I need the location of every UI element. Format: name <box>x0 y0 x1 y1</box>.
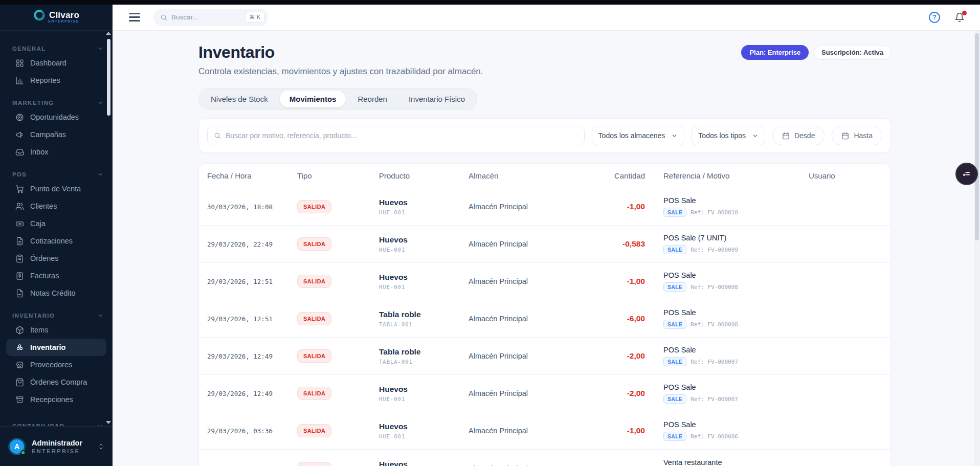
sidebar-item-cotizaciones[interactable]: Cotizaciones <box>6 232 106 250</box>
global-search[interactable]: ⌘ K <box>153 9 268 26</box>
reference-type-chip: SALE <box>663 394 686 404</box>
sidebar-item-label: Cotizaciones <box>30 237 73 245</box>
bar-chart-icon <box>15 76 24 85</box>
feedback-icon <box>962 169 972 179</box>
movement-type-badge: SALIDA <box>297 424 331 437</box>
sidebar-item-recepciones[interactable]: Recepciones <box>6 391 106 408</box>
movements-search-input[interactable] <box>226 131 578 140</box>
cell-warehouse: Almacén Principal <box>469 277 584 285</box>
table-row[interactable]: 29/03/2026, 12:49 SALIDA Tabla roble TAB… <box>199 338 890 375</box>
cell-reference-number: Ref: FV-000007 <box>691 396 738 403</box>
cell-quantity: -6,00 <box>584 314 645 323</box>
avatar: A <box>8 438 26 455</box>
tab-bar: Niveles de Stock Movimientos Reorden Inv… <box>198 88 477 110</box>
app-logo[interactable]: Clivaro enterprise <box>0 0 113 31</box>
sidebar-item-notas-credito[interactable]: Notas Crédito <box>6 284 106 302</box>
table-row[interactable]: 29/03/2026, 12:51 SALIDA Tabla roble TAB… <box>199 300 890 338</box>
sidebar-item-reportes[interactable]: Reportes <box>6 72 106 89</box>
tab-niveles-de-stock[interactable]: Niveles de Stock <box>201 91 278 107</box>
sidebar-section: GENERAL Dashboard Reportes <box>0 43 113 89</box>
cash-register-icon <box>15 219 24 228</box>
calendar-icon <box>841 132 849 140</box>
type-select[interactable]: Todos los tipos <box>692 126 765 145</box>
sidebar-item-clientes[interactable]: Clientes <box>6 197 106 215</box>
page-scroll-thumb[interactable] <box>975 33 979 240</box>
chevron-down-icon <box>97 46 103 52</box>
sidebar-item-inbox[interactable]: Inbox <box>6 143 106 161</box>
cell-datetime: 29/03/2026, 22:49 <box>207 240 297 248</box>
cell-warehouse: Almacén Principal <box>469 464 584 466</box>
col-tipo: Tipo <box>297 171 379 180</box>
sidebar-section-header[interactable]: CONTABILIDAD <box>0 420 113 426</box>
help-icon[interactable]: ? <box>929 12 940 23</box>
tab-movimientos[interactable]: Movimientos <box>280 91 346 107</box>
warehouse-select[interactable]: Todos los almacenes <box>592 126 685 145</box>
subscription-badge: Suscripción: Activa <box>814 45 891 60</box>
sidebar-item-caja[interactable]: Caja <box>6 215 106 232</box>
table-row[interactable]: 29/03/2026, 22:49 SALIDA Huevos HUE-001 … <box>199 226 890 263</box>
date-from-button[interactable]: Desde <box>772 126 825 145</box>
table-row[interactable]: 29/03/2026, 12:51 SALIDA Huevos HUE-001 … <box>199 263 890 300</box>
sidebar-item-ordenes-compra[interactable]: Órdenes Compra <box>6 373 106 391</box>
chevron-down-icon <box>752 132 759 139</box>
page-scrollbar[interactable] <box>974 31 980 466</box>
sidebar-scrollbar[interactable] <box>106 32 111 424</box>
date-to-button[interactable]: Hasta <box>832 126 882 145</box>
sidebar-section-label: POS <box>12 171 27 177</box>
sidebar-item-label: Dashboard <box>30 59 66 67</box>
dashboard-icon <box>15 59 24 68</box>
cell-reference-number: Ref: FV-000007 <box>691 359 738 365</box>
sidebar-section-header[interactable]: MARKETING <box>0 97 113 108</box>
user-menu[interactable]: A Administrador ENTERPRISE <box>0 426 113 466</box>
sidebar-section-header[interactable]: INVENTARIO <box>0 310 113 321</box>
package-icon <box>15 326 24 335</box>
cell-product-sku: HUE-001 <box>379 247 469 253</box>
cell-reference-title: POS Sale <box>663 383 809 391</box>
sidebar-item-proveedores[interactable]: Proveedores <box>6 356 106 373</box>
cell-quantity: -1,00 <box>584 426 645 435</box>
sidebar-section-header[interactable]: GENERAL <box>0 43 113 54</box>
shopping-cart-icon <box>15 185 24 193</box>
cell-datetime: 29/03/2026, 12:51 <box>207 278 297 285</box>
sidebar-item-oportunidades[interactable]: Oportunidades <box>6 108 106 126</box>
cell-warehouse: Almacén Principal <box>469 389 584 397</box>
cell-product-sku: HUE-001 <box>379 433 469 439</box>
cell-warehouse: Almacén Principal <box>469 352 584 360</box>
global-search-input[interactable] <box>171 13 241 21</box>
sidebar-item-label: Items <box>30 326 48 334</box>
sidebar-item-ordenes[interactable]: Órdenes <box>6 250 106 267</box>
sidebar-item-dashboard[interactable]: Dashboard <box>6 54 106 72</box>
sidebar-section-label: INVENTARIO <box>12 313 55 319</box>
sidebar-scroll-thumb[interactable] <box>107 39 110 116</box>
cell-product-name: Tabla roble <box>379 310 469 319</box>
sidebar-item-items[interactable]: Items <box>6 321 106 339</box>
table-row[interactable]: 30/03/2026, 18:08 SALIDA Huevos HUE-001 … <box>199 188 890 226</box>
search-icon <box>214 132 221 139</box>
sidebar-section-header[interactable]: POS <box>0 169 113 180</box>
cell-product-name: Huevos <box>379 422 469 431</box>
window-edge <box>0 0 980 5</box>
movements-search[interactable] <box>207 126 585 145</box>
sidebar-item-campanas[interactable]: Campañas <box>6 126 106 143</box>
shopping-bag-icon <box>15 378 24 387</box>
clivaro-logo-icon <box>33 9 46 21</box>
cell-product-sku: TABLA-001 <box>379 321 469 327</box>
archive-in-icon <box>15 395 24 404</box>
table-row[interactable]: 29/03/2026, 03:36 SALIDA Huevos HUE-001 … <box>199 412 890 450</box>
table-row[interactable]: 29/03/2026, 12:49 SALIDA Huevos HUE-001 … <box>199 375 890 412</box>
notifications-button[interactable] <box>954 12 965 23</box>
feedback-widget-button[interactable] <box>955 163 978 185</box>
sidebar-item-inventario[interactable]: Inventario <box>6 339 106 356</box>
page-title: Inventario <box>198 43 275 62</box>
tab-reorden[interactable]: Reorden <box>348 91 397 107</box>
cell-datetime: 29/03/2026, 12:49 <box>207 390 297 397</box>
col-cantidad: Cantidad <box>584 171 645 180</box>
sidebar-scroll-up-icon[interactable] <box>106 32 111 35</box>
menu-toggle-button[interactable] <box>129 13 140 21</box>
sidebar-item-punto-de-venta[interactable]: Punto de Venta <box>6 180 106 197</box>
sidebar-item-label: Facturas <box>30 272 59 280</box>
sidebar-scroll-down-icon[interactable] <box>106 421 111 424</box>
table-row[interactable]: 28/03/2026, 02:00 SALIDA Huevos HUE-001 … <box>199 450 890 466</box>
sidebar-item-facturas[interactable]: Facturas <box>6 267 106 284</box>
tab-inventario-fisico[interactable]: Inventario Físico <box>399 91 475 107</box>
